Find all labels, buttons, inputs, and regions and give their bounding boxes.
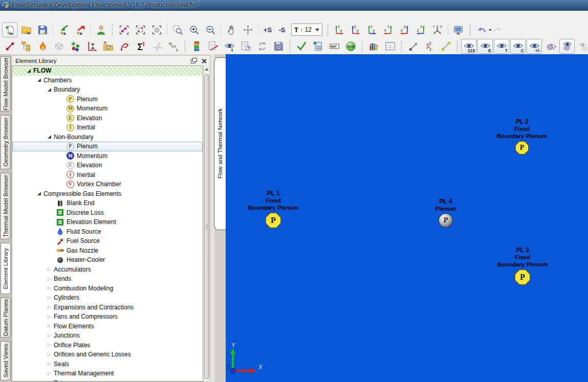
menu-tools[interactable] xyxy=(30,15,39,18)
zoom-window-button[interactable] xyxy=(170,23,185,37)
save-model-button[interactable] xyxy=(35,23,50,37)
increase-symbol-size-button[interactable]: +S xyxy=(261,23,274,37)
tree-item-bends[interactable]: Bends xyxy=(12,274,203,284)
link-elements-button[interactable] xyxy=(405,39,421,54)
expand-arrow-icon[interactable] xyxy=(56,181,66,188)
show-ids-toggle[interactable]: 123 xyxy=(461,39,476,54)
tree-item-elevation[interactable]: E Elevation xyxy=(12,161,203,170)
fit-selection-button[interactable] xyxy=(133,23,148,37)
expand-arrow-icon[interactable] xyxy=(56,171,66,178)
view-xy-button[interactable] xyxy=(381,23,396,37)
expand-arrow-icon[interactable] xyxy=(46,200,55,207)
tab-flow-and-thermal-network[interactable]: Flow and Thermal Network xyxy=(214,57,226,230)
tree-item-expansions-and-contractions[interactable]: Expansions and Contractions xyxy=(12,303,203,312)
tree-scrollbar[interactable] xyxy=(203,65,210,381)
open-model-button[interactable] xyxy=(18,23,34,37)
pick-surface-button[interactable] xyxy=(543,39,558,54)
expand-arrow-icon[interactable] xyxy=(46,342,53,348)
expand-arrow-icon[interactable] xyxy=(56,162,66,169)
plenum-symbol[interactable]: P xyxy=(515,269,531,285)
tree-item-accumulators[interactable]: Accumulators xyxy=(12,265,203,275)
tree-item-tubes[interactable]: Tubes xyxy=(12,378,203,382)
tree-item-heater-cooler[interactable]: Heater-Cooler xyxy=(12,255,203,265)
mission-analysis-button[interactable] xyxy=(149,39,165,54)
tree-item-inertial[interactable]: I Inertial xyxy=(12,123,203,132)
display-settings-button[interactable] xyxy=(451,23,466,37)
show-chambers-toggle[interactable]: C xyxy=(510,39,526,54)
view-zy-button[interactable] xyxy=(413,23,429,37)
move-view-button[interactable] xyxy=(240,23,255,37)
menu-solver[interactable] xyxy=(67,15,76,18)
toolbar-drag-handle[interactable] xyxy=(289,40,291,52)
expand-arrow-icon[interactable] xyxy=(46,133,53,140)
show-temperatures-toggle[interactable]: T xyxy=(494,39,509,54)
menu-help[interactable] xyxy=(85,15,94,18)
summation-button[interactable] xyxy=(133,39,148,54)
expand-arrow-icon[interactable] xyxy=(46,323,53,329)
undo-button[interactable] xyxy=(474,23,489,37)
expand-arrow-icon[interactable] xyxy=(46,379,53,381)
toolbar-drag-handle[interactable] xyxy=(456,40,458,52)
expand-arrow-icon[interactable] xyxy=(46,219,55,226)
element-pl-2[interactable]: PL 2 Fixed Boundary Plenum P xyxy=(481,118,563,155)
view-xz-button[interactable] xyxy=(397,23,412,37)
tree-item-plenum[interactable]: P Plenum xyxy=(12,95,203,104)
expand-arrow-icon[interactable] xyxy=(46,285,53,291)
user-settings-button[interactable] xyxy=(93,23,108,37)
results-table-button[interactable] xyxy=(382,39,398,54)
toolbar-drag-handle[interactable] xyxy=(184,40,186,52)
tree-item-orifices-and-generic-losses[interactable]: Orifices and Generic Losses xyxy=(12,350,203,359)
element-pl-3[interactable]: PL 3 Fixed Boundary Plenum P xyxy=(482,246,563,285)
tree-item-boundary[interactable]: Boundary xyxy=(12,85,203,95)
tree-item-discrete-loss[interactable]: Discrete Loss xyxy=(12,208,203,218)
close-panel-icon[interactable] xyxy=(200,57,208,64)
expand-arrow-icon[interactable] xyxy=(56,105,66,112)
tree-item-non-boundary[interactable]: Non-Boundary xyxy=(12,132,203,142)
element-group-button[interactable] xyxy=(100,39,116,54)
view-yz-button[interactable] xyxy=(364,23,380,37)
zoom-in-button[interactable] xyxy=(186,23,202,37)
menu-settings[interactable] xyxy=(39,15,48,18)
export-button[interactable] xyxy=(72,23,88,37)
tree-item-chambers[interactable]: Chambers xyxy=(12,76,203,85)
contour-legend-button[interactable] xyxy=(189,39,204,54)
expand-arrow-icon[interactable] xyxy=(46,257,55,263)
plot-script-button[interactable] xyxy=(205,39,221,54)
spline-curve-button[interactable] xyxy=(117,39,132,54)
check-model-button[interactable] xyxy=(294,39,309,54)
plenum-symbol[interactable]: P xyxy=(266,213,281,229)
initialize-button[interactable] xyxy=(326,39,342,54)
plenum-symbol[interactable]: P xyxy=(515,141,529,155)
expand-arrow-icon[interactable] xyxy=(36,77,42,83)
expand-arrow-icon[interactable] xyxy=(36,190,42,197)
view-iso-button[interactable] xyxy=(430,23,445,37)
menu-probabilistic-doe[interactable] xyxy=(76,15,85,18)
decrease-symbol-size-button[interactable]: -S xyxy=(275,23,289,37)
expand-arrow-icon[interactable] xyxy=(26,68,32,74)
toolbar-drag-handle[interactable] xyxy=(327,24,329,36)
show-elements-toggle[interactable]: E xyxy=(477,39,493,54)
tree-item-flow[interactable]: FLOW xyxy=(12,66,203,76)
element-pl-4[interactable]: PL 4 Plenum P xyxy=(405,198,487,227)
expand-arrow-icon[interactable] xyxy=(46,304,53,310)
expand-arrow-icon[interactable] xyxy=(46,370,53,377)
menu-file[interactable] xyxy=(2,15,11,18)
expand-arrow-icon[interactable] xyxy=(56,152,66,159)
model-hierarchy-button[interactable] xyxy=(18,39,34,54)
fit-network-button[interactable] xyxy=(116,23,132,37)
import-button[interactable] xyxy=(56,23,71,37)
menu-preprocessing[interactable] xyxy=(48,15,57,18)
element-pl-1[interactable]: PL 1 Fixed Boundary Plenum P xyxy=(232,190,314,229)
tree-item-flow-elements[interactable]: Flow Elements xyxy=(12,322,203,331)
show-surfaces-toggle[interactable] xyxy=(559,39,575,54)
view-zx-button[interactable] xyxy=(348,23,363,37)
expand-arrow-icon[interactable] xyxy=(46,266,53,273)
tree-item-orifice-plates[interactable]: Orifice Plates xyxy=(12,341,203,350)
annotation-font-size-select[interactable]: T↕12 xyxy=(291,24,322,36)
side-tab-thermal-model-browser[interactable]: Thermal Model Browser xyxy=(1,173,11,239)
results-chart-button[interactable] xyxy=(366,39,381,54)
plenum-symbol[interactable]: P xyxy=(439,214,452,227)
side-tab-datum-planes[interactable]: Datum Planes xyxy=(1,298,11,338)
expand-arrow-icon[interactable] xyxy=(46,295,53,301)
add-element-button[interactable] xyxy=(68,39,83,54)
